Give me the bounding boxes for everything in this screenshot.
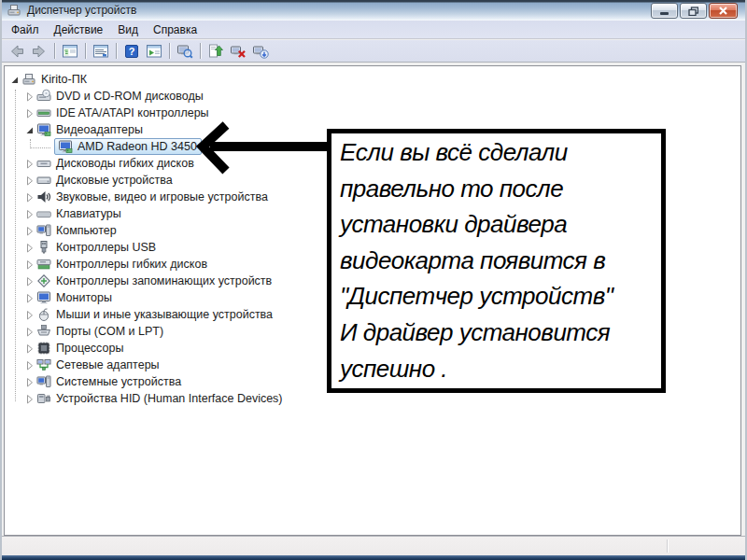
toolbar-separator — [169, 43, 170, 59]
cd-drive-icon — [36, 89, 52, 104]
ide-controller-icon — [36, 105, 52, 120]
storage-controller-icon — [36, 273, 52, 288]
expand-closed-icon[interactable] — [23, 208, 35, 219]
forward-button[interactable] — [28, 41, 50, 62]
help-button[interactable] — [120, 41, 143, 62]
action-pane-button[interactable] — [143, 41, 165, 62]
close-icon — [718, 6, 728, 16]
search-computer-button[interactable] — [174, 41, 196, 62]
scan-hardware-changes-icon — [252, 43, 269, 60]
expand-open-icon[interactable] — [23, 124, 35, 135]
help-icon — [123, 43, 140, 60]
restore-button[interactable] — [680, 3, 707, 19]
expand-closed-icon[interactable] — [23, 309, 35, 320]
restore-icon — [688, 7, 698, 16]
expand-closed-icon[interactable] — [23, 242, 35, 253]
annotation-text-box: Если вы всё сделали правельно то после у… — [327, 129, 666, 393]
expand-closed-icon[interactable] — [23, 343, 35, 354]
toolbar-separator — [200, 43, 201, 59]
expand-closed-icon[interactable] — [23, 393, 35, 404]
network-adapter-icon — [36, 357, 52, 372]
menu-file[interactable]: Файл — [4, 21, 47, 38]
tree-connector-line — [15, 90, 16, 401]
expand-closed-icon[interactable] — [23, 158, 35, 169]
hid-device-icon — [36, 391, 52, 406]
menu-bar: Файл Действие Вид Справка — [2, 21, 745, 39]
expand-closed-icon[interactable] — [23, 91, 35, 102]
tree-connector-line — [30, 139, 50, 148]
monitor-icon — [36, 290, 52, 305]
usb-controller-icon — [36, 240, 52, 255]
cpu-icon — [36, 341, 52, 356]
uninstall-device-icon — [230, 43, 247, 60]
back-icon — [8, 43, 25, 60]
display-adapter-icon — [58, 139, 74, 154]
expand-closed-icon[interactable] — [23, 225, 35, 236]
menu-view[interactable]: Вид — [110, 21, 146, 38]
keyboard-icon — [36, 206, 52, 221]
menu-help[interactable]: Справка — [146, 21, 204, 38]
computer-icon — [36, 223, 52, 238]
search-computer-icon — [176, 43, 193, 60]
computer-root-icon — [21, 72, 37, 87]
annotation-text: Если вы всё сделали правельно то после у… — [331, 133, 661, 386]
show-console-tree-icon — [62, 43, 78, 60]
audio-device-icon — [36, 189, 52, 204]
bottom-edge-strip — [2, 555, 745, 560]
update-driver-icon — [207, 43, 224, 60]
forward-icon — [31, 43, 48, 60]
properties-icon — [92, 43, 109, 60]
expand-closed-icon[interactable] — [23, 275, 35, 287]
toolbar — [2, 40, 745, 63]
device-manager-app-icon — [7, 3, 21, 18]
tree-item-computer-root[interactable]: Kirito-ПК — [5, 71, 740, 88]
expand-closed-icon[interactable] — [23, 107, 35, 119]
menu-action[interactable]: Действие — [47, 21, 111, 38]
selected-item-highlight[interactable]: AMD Radeon HD 3450 — [54, 138, 202, 155]
show-console-tree-button[interactable] — [59, 41, 81, 62]
expand-closed-icon[interactable] — [23, 292, 35, 303]
update-driver-button[interactable] — [204, 41, 227, 62]
minimize-icon — [660, 12, 669, 15]
expand-closed-icon[interactable] — [23, 376, 35, 387]
action-pane-icon — [146, 43, 162, 60]
expand-closed-icon[interactable] — [23, 175, 35, 186]
display-adapter-icon — [36, 122, 52, 137]
expand-open-icon[interactable] — [8, 74, 20, 85]
minimize-button[interactable] — [651, 3, 678, 19]
disk-drive-icon — [36, 173, 52, 188]
expand-closed-icon[interactable] — [23, 359, 35, 371]
uninstall-device-button[interactable] — [227, 41, 249, 62]
toolbar-separator — [116, 43, 117, 59]
tree-item-ide-controllers[interactable]: IDE ATA/ATAPI контроллеры — [5, 105, 740, 121]
system-devices-icon — [36, 374, 52, 389]
close-button[interactable] — [709, 3, 738, 19]
scan-hardware-changes-button[interactable] — [249, 41, 272, 62]
toolbar-separator — [85, 43, 86, 59]
mouse-icon — [36, 307, 52, 322]
properties-button[interactable] — [90, 41, 112, 62]
floppy-drive-icon — [36, 156, 52, 171]
expand-closed-icon[interactable] — [23, 326, 35, 337]
status-bar-divider — [667, 539, 668, 553]
back-button[interactable] — [6, 41, 28, 62]
device-manager-window: Диспетчер устройств Файл Действие Вид Сп… — [0, 0, 747, 560]
floppy-controller-icon — [36, 257, 52, 272]
status-bar — [2, 536, 745, 555]
toolbar-separator — [54, 43, 55, 59]
expand-closed-icon[interactable] — [23, 191, 35, 203]
expand-closed-icon[interactable] — [23, 259, 35, 270]
window-title: Диспетчер устройств — [27, 4, 136, 17]
title-bar[interactable]: Диспетчер устройств — [2, 0, 745, 21]
port-icon — [36, 324, 52, 339]
tree-item-dvd-cdrom[interactable]: DVD и CD-ROM дисководы — [5, 88, 740, 105]
